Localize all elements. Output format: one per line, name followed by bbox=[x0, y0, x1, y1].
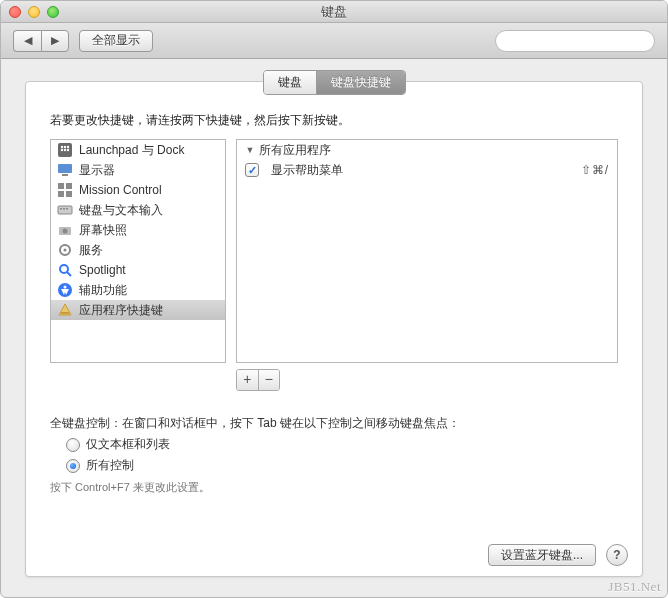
gear-icon bbox=[57, 242, 73, 258]
spotlight-icon bbox=[57, 262, 73, 278]
sidebar-item-label: Launchpad 与 Dock bbox=[79, 142, 184, 159]
radio-all-controls[interactable]: 所有控制 bbox=[66, 457, 618, 474]
radio-label: 所有控制 bbox=[86, 457, 134, 474]
shortcut-row[interactable]: ✓ 显示帮助菜单 ⇧⌘/ bbox=[237, 160, 617, 180]
footer: 设置蓝牙键盘... ? bbox=[488, 544, 628, 566]
sidebar-item-accessibility[interactable]: 辅助功能 bbox=[51, 280, 225, 300]
remove-button[interactable]: − bbox=[259, 370, 280, 390]
app-shortcut-icon bbox=[57, 302, 73, 318]
disclosure-triangle-icon[interactable]: ▼ bbox=[245, 145, 255, 155]
full-keyboard-access: 全键盘控制：在窗口和对话框中，按下 Tab 键在以下控制之间移动键盘焦点： 仅文… bbox=[50, 415, 618, 495]
camera-icon bbox=[57, 222, 73, 238]
back-icon: ◀ bbox=[24, 34, 32, 47]
sidebar-item-label: Spotlight bbox=[79, 263, 126, 277]
svg-rect-12 bbox=[66, 183, 72, 189]
panels: Launchpad 与 Dock 显示器 Mission Control 键盘与… bbox=[50, 139, 618, 363]
show-all-label: 全部显示 bbox=[92, 32, 140, 49]
shortcut-group-row[interactable]: ▼ 所有应用程序 bbox=[237, 140, 617, 160]
inner-content: 若要更改快捷键，请连按两下快捷键，然后按下新按键。 Launchpad 与 Do… bbox=[26, 82, 642, 509]
svg-point-7 bbox=[64, 149, 66, 151]
category-list[interactable]: Launchpad 与 Dock 显示器 Mission Control 键盘与… bbox=[50, 139, 226, 363]
radio-icon bbox=[66, 438, 80, 452]
tab-row: 键盘 键盘快捷键 bbox=[26, 70, 642, 95]
sidebar-item-mission[interactable]: Mission Control bbox=[51, 180, 225, 200]
svg-point-26 bbox=[64, 286, 67, 289]
keyboard-icon bbox=[57, 202, 73, 218]
sidebar-item-keyboard-text[interactable]: 键盘与文本输入 bbox=[51, 200, 225, 220]
sidebar-item-screenshot[interactable]: 屏幕快照 bbox=[51, 220, 225, 240]
group-label: 所有应用程序 bbox=[259, 142, 331, 159]
window-title: 键盘 bbox=[1, 3, 667, 21]
svg-rect-14 bbox=[66, 191, 72, 197]
display-icon bbox=[57, 162, 73, 178]
launchpad-icon bbox=[57, 142, 73, 158]
sidebar-item-label: 服务 bbox=[79, 242, 103, 259]
shortcut-list[interactable]: ▼ 所有应用程序 ✓ 显示帮助菜单 ⇧⌘/ bbox=[236, 139, 618, 363]
sidebar-item-spotlight[interactable]: Spotlight bbox=[51, 260, 225, 280]
svg-line-24 bbox=[67, 272, 71, 276]
svg-rect-17 bbox=[63, 208, 65, 210]
tabs: 键盘 键盘快捷键 bbox=[263, 70, 406, 95]
shortcut-key: ⇧⌘/ bbox=[581, 163, 609, 177]
svg-rect-9 bbox=[58, 164, 72, 173]
add-remove-control: + − bbox=[236, 369, 280, 391]
svg-rect-11 bbox=[58, 183, 64, 189]
svg-point-20 bbox=[63, 229, 68, 234]
svg-point-23 bbox=[60, 265, 68, 273]
toolbar: ◀ ▶ 全部显示 bbox=[1, 23, 667, 59]
sidebar-item-label: 显示器 bbox=[79, 162, 115, 179]
fka-note: 按下 Control+F7 来更改此设置。 bbox=[50, 480, 618, 495]
svg-rect-13 bbox=[58, 191, 64, 197]
checkbox[interactable]: ✓ bbox=[245, 163, 259, 177]
accessibility-icon bbox=[57, 282, 73, 298]
sidebar-item-display[interactable]: 显示器 bbox=[51, 160, 225, 180]
back-button[interactable]: ◀ bbox=[13, 30, 41, 52]
sidebar-item-app-shortcuts[interactable]: 应用程序快捷键 bbox=[51, 300, 225, 320]
bluetooth-keyboard-button[interactable]: 设置蓝牙键盘... bbox=[488, 544, 596, 566]
svg-rect-27 bbox=[61, 312, 69, 314]
svg-point-3 bbox=[61, 146, 63, 148]
sidebar-item-label: 键盘与文本输入 bbox=[79, 202, 163, 219]
nav-segment: ◀ ▶ bbox=[13, 30, 69, 52]
svg-point-22 bbox=[64, 249, 67, 252]
shortcut-label: 显示帮助菜单 bbox=[271, 162, 343, 179]
svg-rect-15 bbox=[58, 206, 72, 214]
svg-rect-16 bbox=[60, 208, 62, 210]
radio-textboxes[interactable]: 仅文本框和列表 bbox=[66, 436, 618, 453]
radio-icon bbox=[66, 459, 80, 473]
help-icon: ? bbox=[613, 548, 620, 562]
content-panel: 键盘 键盘快捷键 若要更改快捷键，请连按两下快捷键，然后按下新按键。 Launc… bbox=[25, 81, 643, 577]
preferences-window: 键盘 ◀ ▶ 全部显示 键盘 键盘快捷键 若要更改快捷键，请连按两下快捷键，然后 bbox=[0, 0, 668, 598]
svg-point-8 bbox=[67, 149, 69, 151]
sidebar-item-label: 屏幕快照 bbox=[79, 222, 127, 239]
svg-point-4 bbox=[64, 146, 66, 148]
forward-icon: ▶ bbox=[51, 34, 59, 47]
search-input[interactable] bbox=[506, 34, 656, 48]
svg-point-6 bbox=[61, 149, 63, 151]
show-all-button[interactable]: 全部显示 bbox=[79, 30, 153, 52]
help-button[interactable]: ? bbox=[606, 544, 628, 566]
button-label: 设置蓝牙键盘... bbox=[501, 547, 583, 564]
watermark: JB51.Net bbox=[608, 579, 661, 595]
svg-rect-18 bbox=[66, 208, 68, 210]
forward-button[interactable]: ▶ bbox=[41, 30, 69, 52]
search-field[interactable] bbox=[495, 30, 655, 52]
svg-rect-10 bbox=[62, 174, 68, 176]
instruction-text: 若要更改快捷键，请连按两下快捷键，然后按下新按键。 bbox=[50, 112, 618, 129]
sidebar-item-launchpad[interactable]: Launchpad 与 Dock bbox=[51, 140, 225, 160]
sidebar-item-services[interactable]: 服务 bbox=[51, 240, 225, 260]
sidebar-item-label: Mission Control bbox=[79, 183, 162, 197]
tab-keyboard[interactable]: 键盘 bbox=[264, 71, 317, 94]
sidebar-item-label: 应用程序快捷键 bbox=[79, 302, 163, 319]
radio-label: 仅文本框和列表 bbox=[86, 436, 170, 453]
titlebar: 键盘 bbox=[1, 1, 667, 23]
tab-shortcuts[interactable]: 键盘快捷键 bbox=[317, 71, 405, 94]
sidebar-item-label: 辅助功能 bbox=[79, 282, 127, 299]
add-button[interactable]: + bbox=[237, 370, 259, 390]
fka-title: 全键盘控制：在窗口和对话框中，按下 Tab 键在以下控制之间移动键盘焦点： bbox=[50, 415, 618, 432]
mission-control-icon bbox=[57, 182, 73, 198]
svg-point-5 bbox=[67, 146, 69, 148]
